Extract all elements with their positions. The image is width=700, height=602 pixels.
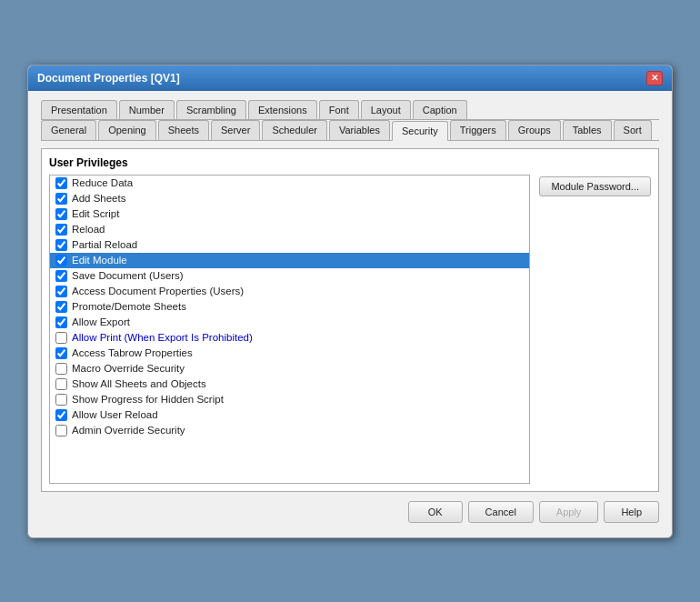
- module-password-button[interactable]: Module Password...: [539, 176, 651, 196]
- list-item[interactable]: Add Sheets: [50, 191, 529, 206]
- tab-number[interactable]: Number: [119, 100, 175, 119]
- tab-extensions[interactable]: Extensions: [248, 100, 317, 119]
- help-button[interactable]: Help: [604, 501, 659, 523]
- tab-triggers[interactable]: Triggers: [450, 120, 506, 140]
- privilege-label: Access Document Properties (Users): [72, 286, 244, 296]
- list-item[interactable]: Show All Sheets and Objects: [50, 376, 529, 392]
- document-properties-dialog: Document Properties [QV1] ✕ Presentation…: [27, 65, 673, 538]
- list-item[interactable]: Allow Export: [50, 315, 529, 330]
- privilege-checkbox-4[interactable]: [55, 239, 67, 251]
- privilege-checkbox-7[interactable]: [55, 286, 67, 297]
- dialog-title: Document Properties [QV1]: [37, 72, 180, 85]
- close-button[interactable]: ✕: [646, 71, 663, 85]
- list-item[interactable]: Partial Reload: [50, 237, 529, 253]
- privilege-label: Macro Override Security: [72, 363, 185, 374]
- privilege-checkbox-1[interactable]: [55, 193, 67, 205]
- list-item[interactable]: Show Progress for Hidden Script: [50, 392, 529, 407]
- tab-scheduler[interactable]: Scheduler: [262, 120, 327, 140]
- privilege-checkbox-13[interactable]: [55, 378, 67, 390]
- privilege-label: Reduce Data: [72, 177, 133, 188]
- privilege-checkbox-14[interactable]: [55, 394, 67, 406]
- tab-opening[interactable]: Opening: [98, 120, 156, 140]
- list-item[interactable]: Allow Print (When Export Is Prohibited): [50, 330, 529, 346]
- main-panel: User Privileges Reduce DataAdd SheetsEdi…: [41, 148, 659, 492]
- privilege-checkbox-3[interactable]: [55, 224, 67, 236]
- tab-sheets[interactable]: Sheets: [158, 120, 209, 140]
- tab-groups[interactable]: Groups: [508, 120, 561, 140]
- tab-sort[interactable]: Sort: [614, 120, 652, 140]
- privilege-label: Allow Export: [72, 316, 130, 327]
- tab-layout[interactable]: Layout: [361, 100, 411, 119]
- list-item[interactable]: Save Document (Users): [50, 268, 529, 284]
- privilege-label: Edit Module: [72, 255, 127, 266]
- tab-tables[interactable]: Tables: [563, 120, 612, 140]
- tab-variables[interactable]: Variables: [329, 120, 390, 140]
- privilege-label: Show Progress for Hidden Script: [72, 394, 224, 405]
- privilege-label: Admin Override Security: [72, 425, 185, 436]
- privilege-label: Promote/Demote Sheets: [72, 301, 186, 312]
- list-item[interactable]: Macro Override Security: [50, 361, 529, 376]
- tab-scrambling[interactable]: Scrambling: [176, 100, 246, 119]
- list-item[interactable]: Access Tabrow Properties: [50, 346, 529, 361]
- privilege-checkbox-15[interactable]: [55, 409, 67, 421]
- tab-font[interactable]: Font: [319, 100, 359, 119]
- list-item[interactable]: Reduce Data: [50, 176, 529, 191]
- privilege-label: Reload: [72, 224, 105, 235]
- privilege-checkbox-5[interactable]: [55, 255, 67, 266]
- list-item[interactable]: Promote/Demote Sheets: [50, 299, 529, 315]
- list-item[interactable]: Admin Override Security: [50, 423, 529, 438]
- privilege-label: Add Sheets: [72, 193, 125, 204]
- privilege-checkbox-8[interactable]: [55, 301, 67, 313]
- privilege-label: Show All Sheets and Objects: [72, 378, 206, 389]
- list-item[interactable]: Reload: [50, 222, 529, 237]
- list-item[interactable]: Edit Module: [50, 253, 529, 268]
- footer: OK Cancel Apply Help: [41, 492, 659, 525]
- panel-title: User Privileges: [49, 156, 651, 169]
- privilege-label: Partial Reload: [72, 239, 137, 250]
- privilege-checkbox-6[interactable]: [55, 270, 67, 282]
- tab-row-2: GeneralOpeningSheetsServerSchedulerVaria…: [41, 120, 659, 141]
- list-item[interactable]: Edit Script: [50, 206, 529, 222]
- privilege-checkbox-10[interactable]: [55, 332, 67, 344]
- tab-server[interactable]: Server: [211, 120, 260, 140]
- privilege-label: Allow Print (When Export Is Prohibited): [72, 332, 253, 343]
- cancel-button[interactable]: Cancel: [468, 501, 534, 523]
- tab-general[interactable]: General: [41, 120, 96, 140]
- privilege-checkbox-2[interactable]: [55, 208, 67, 220]
- tab-row-1: PresentationNumberScramblingExtensionsFo…: [41, 100, 659, 120]
- ok-button[interactable]: OK: [408, 501, 463, 523]
- privilege-checkbox-9[interactable]: [55, 316, 67, 328]
- list-item[interactable]: Allow User Reload: [50, 407, 529, 423]
- privilege-label: Edit Script: [72, 208, 119, 219]
- privileges-list: Reduce DataAdd SheetsEdit ScriptReloadPa…: [49, 175, 530, 484]
- tab-security[interactable]: Security: [392, 121, 448, 141]
- privilege-checkbox-12[interactable]: [55, 363, 67, 375]
- panel-inner: Reduce DataAdd SheetsEdit ScriptReloadPa…: [49, 175, 651, 484]
- side-buttons: Module Password...: [539, 175, 651, 484]
- privilege-label: Save Document (Users): [72, 270, 184, 281]
- tab-presentation[interactable]: Presentation: [41, 100, 117, 119]
- apply-button[interactable]: Apply: [539, 501, 599, 523]
- privilege-checkbox-0[interactable]: [55, 177, 67, 189]
- title-bar: Document Properties [QV1] ✕: [28, 65, 672, 91]
- privilege-label: Access Tabrow Properties: [72, 347, 193, 358]
- privilege-checkbox-11[interactable]: [55, 347, 67, 359]
- dialog-body: PresentationNumberScramblingExtensionsFo…: [28, 91, 672, 537]
- privilege-checkbox-16[interactable]: [55, 425, 67, 436]
- privilege-label: Allow User Reload: [72, 409, 158, 420]
- list-item[interactable]: Access Document Properties (Users): [50, 284, 529, 299]
- tab-caption[interactable]: Caption: [413, 100, 467, 119]
